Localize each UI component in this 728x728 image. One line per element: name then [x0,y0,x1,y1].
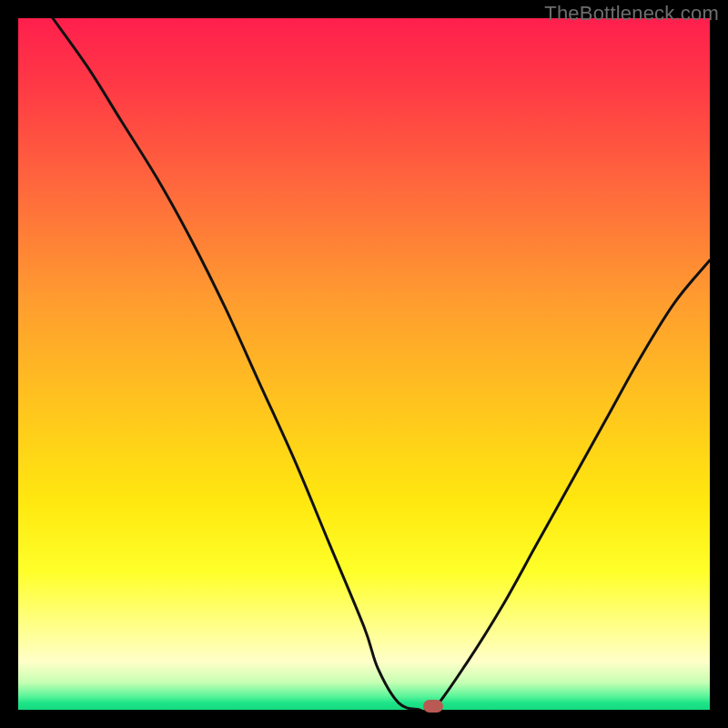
trough-marker [423,700,443,713]
chart-frame: TheBottleneck.com [0,0,728,728]
watermark-text: TheBottleneck.com [544,2,719,25]
plot-area [18,18,710,710]
bottleneck-curve [18,18,710,710]
